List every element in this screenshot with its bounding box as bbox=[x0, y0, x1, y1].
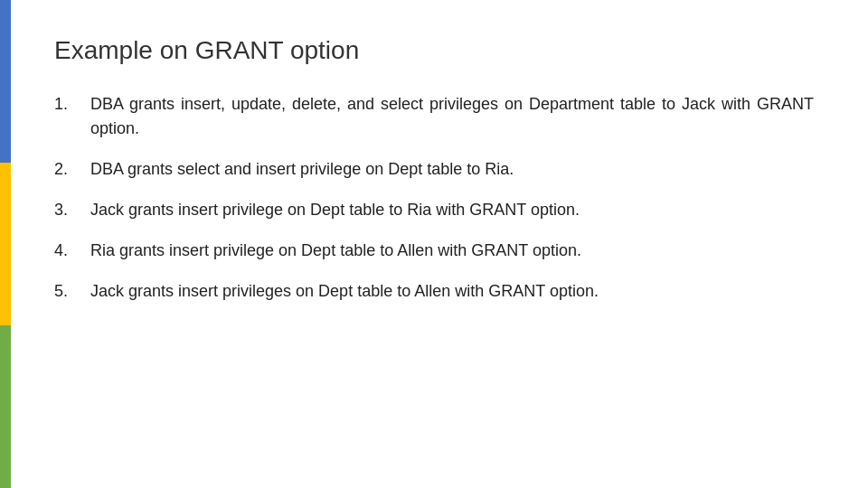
bar-blue bbox=[0, 0, 11, 163]
item-text-1: DBA grants insert, update, delete, and s… bbox=[90, 92, 814, 141]
item-text-2: DBA grants select and insert privilege o… bbox=[90, 157, 814, 182]
bar-yellow bbox=[0, 163, 11, 325]
item-number-2: 2. bbox=[54, 157, 90, 182]
list-item: 1. DBA grants insert, update, delete, an… bbox=[54, 92, 814, 141]
list-item: 3. Jack grants insert privilege on Dept … bbox=[54, 198, 814, 222]
left-accent-bar bbox=[0, 0, 11, 488]
item-text-5: Jack grants insert privileges on Dept ta… bbox=[90, 279, 814, 304]
item-number-5: 5. bbox=[54, 279, 90, 304]
slide-title: Example on GRANT option bbox=[54, 36, 814, 65]
list-item: 5. Jack grants insert privileges on Dept… bbox=[54, 279, 814, 304]
item-number-4: 4. bbox=[54, 239, 90, 263]
item-number-3: 3. bbox=[54, 198, 90, 222]
item-text-3: Jack grants insert privilege on Dept tab… bbox=[90, 198, 814, 222]
list-item: 2. DBA grants select and insert privileg… bbox=[54, 157, 814, 182]
item-number-1: 1. bbox=[54, 92, 90, 117]
slide: Example on GRANT option 1. DBA grants in… bbox=[0, 0, 868, 488]
content-list: 1. DBA grants insert, update, delete, an… bbox=[54, 92, 814, 304]
bar-green bbox=[0, 325, 11, 488]
item-text-4: Ria grants insert privilege on Dept tabl… bbox=[90, 239, 814, 263]
list-item: 4. Ria grants insert privilege on Dept t… bbox=[54, 239, 814, 263]
